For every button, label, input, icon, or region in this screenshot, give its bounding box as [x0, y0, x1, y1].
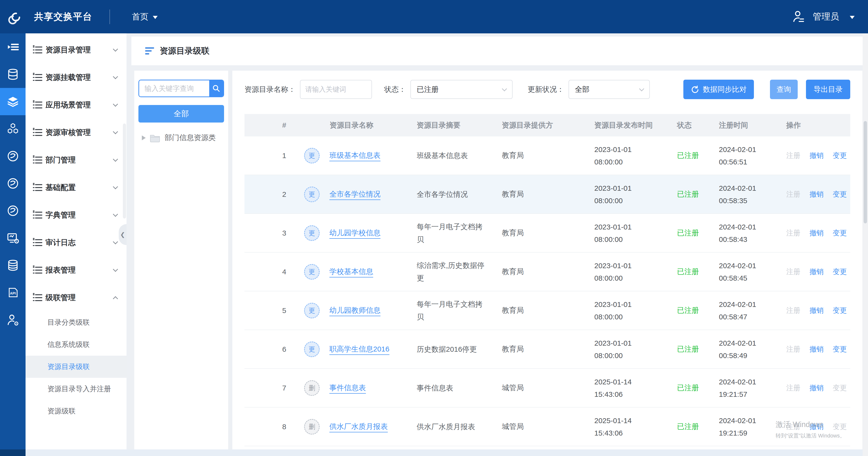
nav-home[interactable]: 首页 [132, 11, 158, 22]
sidebar-item-audit-log[interactable]: 审计日志 [26, 229, 126, 256]
change-action[interactable]: 变更 [833, 190, 847, 199]
publish-time: 2023-01-01 08:00:00 [594, 221, 677, 246]
revoke-action[interactable]: 撤销 [810, 344, 824, 354]
revoke-action[interactable]: 撤销 [810, 306, 824, 315]
rail-exchange-3[interactable] [0, 197, 26, 224]
sidebar-item-basic-config[interactable]: 基础配置 [26, 174, 126, 201]
publish-clock: 08:00:00 [594, 194, 677, 207]
rail-exchange-2[interactable] [0, 170, 26, 197]
tree-node-department-info[interactable]: 部门信息资源类 [138, 133, 224, 143]
rail-monitor-settings[interactable] [0, 224, 26, 252]
rail-database[interactable] [0, 61, 26, 88]
sidebar-item-resource-catalog-mgmt[interactable]: 资源目录管理 [26, 36, 126, 63]
tree-expand-icon[interactable] [142, 136, 146, 140]
sidebar-item-resource-audit-mgmt[interactable]: 资源审核管理 [26, 119, 126, 146]
sidebar-subitem-catalog-class-cascade[interactable]: 目录分类级联 [26, 311, 126, 334]
catalog-name-input[interactable] [300, 80, 372, 99]
sidebar-item-app-scene-mgmt[interactable]: 应用场景管理 [26, 91, 126, 119]
register-time: 2024-02-01 00:58:35 [719, 182, 786, 207]
register-date: 2024-02-01 [719, 376, 786, 388]
update-status-select[interactable]: 全部 [568, 80, 650, 99]
catalog-name-link[interactable]: 供水厂水质月报表 [330, 422, 388, 432]
sidebar-item-cascade-mgmt[interactable]: 级联管理 [26, 284, 126, 311]
chevron-down-icon [113, 156, 118, 162]
publish-date: 2025-01-14 [594, 376, 677, 388]
publish-date: 2023-01-01 [594, 337, 677, 349]
rail-api[interactable]: API [0, 279, 26, 306]
publish-date: 2023-01-01 [594, 143, 677, 156]
sidebar-item-resource-mount-mgmt[interactable]: 资源挂载管理 [26, 63, 126, 91]
change-action[interactable]: 变更 [833, 344, 847, 354]
col-index: # [282, 121, 304, 130]
change-action[interactable]: 变更 [833, 306, 847, 315]
publish-time: 2023-01-01 08:00:00 [594, 182, 677, 207]
revoke-action[interactable]: 撤销 [810, 422, 824, 432]
revoke-action[interactable]: 撤销 [810, 190, 824, 199]
page-scrollbar[interactable] [863, 33, 868, 456]
sidebar-item-department-mgmt[interactable]: 部门管理 [26, 146, 126, 174]
tree-search-input[interactable] [139, 80, 209, 96]
chevron-down-icon [113, 74, 118, 79]
catalog-name-link[interactable]: 全市各学位情况 [330, 189, 380, 199]
revoke-action[interactable]: 撤销 [810, 383, 824, 393]
status-badge: 已注册 [677, 267, 719, 277]
revoke-action[interactable]: 撤销 [810, 151, 824, 161]
nav-home-label: 首页 [132, 11, 148, 22]
status-badge: 已注册 [677, 383, 719, 393]
query-button[interactable]: 查询 [770, 80, 798, 99]
publish-date: 2023-01-01 [594, 259, 677, 272]
sidebar-subitem-info-system-cascade[interactable]: 信息系统级联 [26, 334, 126, 355]
tree-search-button[interactable] [209, 80, 223, 96]
sidebar-item-report-mgmt[interactable]: 报表管理 [26, 256, 126, 284]
catalog-provider: 教育局 [502, 189, 594, 199]
catalog-provider: 教育局 [502, 228, 594, 238]
table-row: 6 更 职高学生信息2016 历史数据2016停更 教育局 2023-01-01… [245, 330, 850, 369]
catalog-name-link[interactable]: 幼儿园教师信息 [330, 306, 380, 315]
user-menu[interactable]: 管理员 [792, 10, 855, 24]
tree-all-button[interactable]: 全部 [138, 105, 224, 122]
rail-user-settings[interactable] [0, 306, 26, 334]
register-action: 注册 [786, 422, 800, 432]
status-select[interactable]: 已注册 [410, 80, 513, 99]
catalog-name-link[interactable]: 学校基本信息 [330, 267, 373, 277]
register-time: 2024-02-01 00:58:49 [719, 337, 786, 362]
row-index: 7 [282, 384, 304, 392]
catalog-summary: 供水厂水质月报表 [417, 421, 502, 433]
sidebar-subitem-catalog-import-register[interactable]: 资源目录导入并注册 [26, 378, 126, 400]
catalog-name-link[interactable]: 职高学生信息2016 [330, 344, 390, 354]
chevron-down-icon [113, 102, 118, 107]
col-provider: 资源目录提供方 [502, 120, 594, 130]
export-catalog-button[interactable]: 导出目录 [806, 80, 850, 99]
rail-hexagons[interactable] [0, 115, 26, 142]
sidebar-item-dictionary-mgmt[interactable]: 字典管理 [26, 201, 126, 229]
sidebar-subitem-resource-cascade[interactable]: 资源级联 [26, 400, 126, 422]
tree-search-box [138, 80, 224, 97]
catalog-name-link[interactable]: 班级基本信息表 [330, 150, 380, 161]
catalog-summary: 每年一月电子文档拷贝 [417, 298, 502, 323]
register-date: 2024-02-01 [719, 182, 786, 194]
publish-time: 2023-01-01 08:00:00 [594, 143, 677, 168]
rail-database-2[interactable] [0, 252, 26, 279]
app-title: 共享交换平台 [34, 10, 92, 23]
change-action[interactable]: 变更 [833, 267, 847, 277]
submenu-label: 资源目录级联 [48, 362, 90, 372]
publish-time: 2025-01-14 15:43:06 [594, 376, 677, 400]
data-sync-compare-button[interactable]: 数据同步比对 [683, 80, 754, 99]
rail-exchange-1[interactable] [0, 142, 26, 170]
revoke-action[interactable]: 撤销 [810, 228, 824, 238]
rail-cascade-active[interactable] [0, 88, 26, 115]
page-scrollbar-thumb[interactable] [864, 121, 867, 223]
rail-collapse-menu[interactable] [0, 33, 26, 61]
sidebar-scrollbar-thumb[interactable] [123, 123, 126, 219]
catalog-name-link[interactable]: 事件信息表 [330, 383, 366, 393]
row-index: 5 [282, 307, 304, 315]
status-select-value: 已注册 [417, 85, 439, 94]
change-action[interactable]: 变更 [833, 151, 847, 161]
sidebar-subitem-resource-catalog-cascade[interactable]: 资源目录级联 [26, 355, 126, 378]
change-action[interactable]: 变更 [833, 228, 847, 238]
catalog-provider: 教育局 [502, 150, 594, 161]
chevron-down-icon [850, 16, 855, 19]
catalog-name-link[interactable]: 幼儿园学校信息 [330, 228, 380, 238]
row-index: 2 [282, 190, 304, 199]
revoke-action[interactable]: 撤销 [810, 267, 824, 277]
